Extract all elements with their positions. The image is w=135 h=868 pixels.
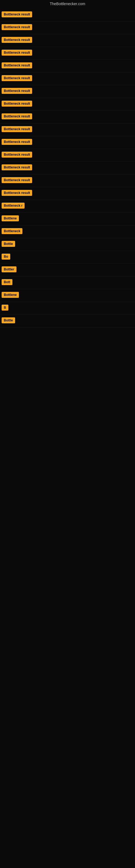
list-item[interactable]: Bottleneck result (0, 123, 135, 136)
list-item[interactable]: Bottleneck (0, 225, 135, 238)
bottleneck-result-badge: Bottle (2, 317, 15, 323)
list-item[interactable]: B (0, 302, 135, 315)
bottleneck-result-badge: Bottlene (2, 292, 19, 298)
bottleneck-result-badge: Bottler (2, 267, 16, 272)
list-item[interactable]: Bottleneck result (0, 72, 135, 85)
bottleneck-result-badge: Bottlene (2, 215, 19, 221)
bottleneck-result-badge: Bottleneck result (2, 152, 32, 158)
bottleneck-result-badge: Bottleneck result (2, 11, 32, 18)
rows-container: Bottleneck resultBottleneck resultBottle… (0, 9, 135, 328)
list-item[interactable]: Bo (0, 251, 135, 264)
list-item[interactable]: Bottleneck result (0, 136, 135, 149)
bottleneck-result-badge: Bottleneck result (2, 139, 32, 145)
list-item[interactable]: Bott (0, 276, 135, 289)
list-item[interactable]: Bottler (0, 264, 135, 276)
bottleneck-result-badge: Bo (2, 254, 10, 259)
bottleneck-result-badge: Bottleneck result (2, 177, 32, 183)
bottleneck-result-badge: Bottleneck result (2, 101, 32, 106)
bottleneck-result-badge: Bottleneck result (2, 24, 32, 30)
list-item[interactable]: Bottlene (0, 213, 135, 225)
site-header: TheBottlenecker.com (0, 0, 135, 9)
list-item[interactable]: Bottleneck result (0, 175, 135, 187)
list-item[interactable]: Bottleneck result (0, 98, 135, 111)
list-item[interactable]: Bottleneck result (0, 34, 135, 47)
bottleneck-result-badge: Bottle (2, 241, 15, 247)
bottleneck-result-badge: Bottleneck r (2, 203, 25, 209)
bottleneck-result-badge: Bottleneck result (2, 88, 32, 94)
bottleneck-result-badge: Bottleneck result (2, 75, 32, 81)
list-item[interactable]: Bottle (0, 238, 135, 251)
list-item[interactable]: Bottleneck r (0, 200, 135, 213)
list-item[interactable]: Bottleneck result (0, 111, 135, 123)
bottleneck-result-badge: Bott (2, 279, 12, 285)
bottleneck-result-badge: Bottleneck result (2, 62, 32, 68)
list-item[interactable]: Bottleneck result (0, 9, 135, 22)
bottleneck-result-badge: Bottleneck result (2, 37, 32, 43)
bottleneck-result-badge: B (2, 305, 8, 311)
list-item[interactable]: Bottleneck result (0, 187, 135, 200)
list-item[interactable]: Bottleneck result (0, 85, 135, 98)
bottleneck-result-badge: Bottleneck result (2, 50, 32, 56)
list-item[interactable]: Bottleneck result (0, 162, 135, 175)
list-item[interactable]: Bottle (0, 315, 135, 328)
bottleneck-result-badge: Bottleneck result (2, 113, 32, 119)
list-item[interactable]: Bottleneck result (0, 22, 135, 34)
bottleneck-result-badge: Bottleneck result (2, 126, 32, 132)
list-item[interactable]: Bottleneck result (0, 60, 135, 72)
site-title: TheBottlenecker.com (0, 0, 135, 9)
bottleneck-result-badge: Bottleneck (2, 228, 22, 234)
list-item[interactable]: Bottlene (0, 289, 135, 302)
list-item[interactable]: Bottleneck result (0, 149, 135, 162)
bottleneck-result-badge: Bottleneck result (2, 190, 32, 196)
list-item[interactable]: Bottleneck result (0, 47, 135, 60)
bottleneck-result-badge: Bottleneck result (2, 164, 32, 170)
